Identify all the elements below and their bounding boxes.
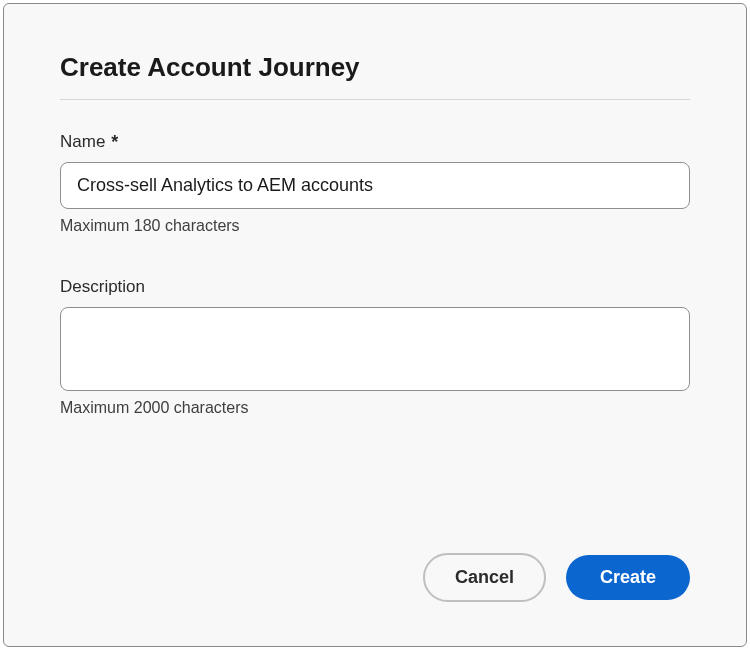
create-account-journey-dialog: Create Account Journey Name * Maximum 18… <box>3 3 747 647</box>
dialog-footer: Cancel Create <box>423 553 690 602</box>
description-label: Description <box>60 277 690 297</box>
name-helper-text: Maximum 180 characters <box>60 217 690 235</box>
description-label-text: Description <box>60 277 145 297</box>
cancel-button[interactable]: Cancel <box>423 553 546 602</box>
description-helper-text: Maximum 2000 characters <box>60 399 690 417</box>
name-label: Name * <box>60 132 690 152</box>
create-button[interactable]: Create <box>566 555 690 600</box>
required-asterisk-icon: * <box>111 133 118 151</box>
name-input[interactable] <box>60 162 690 209</box>
name-field: Name * Maximum 180 characters <box>60 132 690 235</box>
description-input[interactable] <box>60 307 690 391</box>
name-label-text: Name <box>60 132 105 152</box>
dialog-title: Create Account Journey <box>60 52 690 83</box>
divider <box>60 99 690 100</box>
description-field: Description Maximum 2000 characters <box>60 277 690 417</box>
